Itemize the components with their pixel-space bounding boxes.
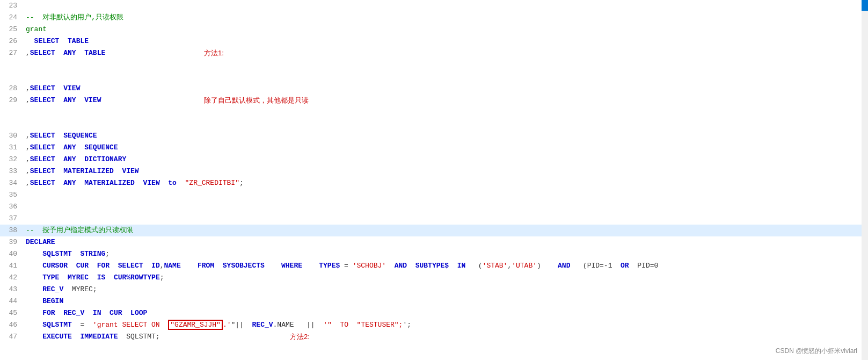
line-27: 27 ,SELECT ANY TABLE 方法1:	[0, 47, 868, 83]
line-45: 45 FOR REC_V IN CUR LOOP	[0, 307, 868, 319]
scrollbar-thumb[interactable]	[862, 0, 868, 11]
annotation-method1-title: 方法1:	[204, 47, 224, 59]
line-46: 46 SQLSTMT = 'grant SELECT ON "GZAMR_SJJ…	[0, 319, 868, 331]
line-32: 32 ,SELECT ANY DICTIONARY	[0, 154, 868, 165]
line-34: 34 ,SELECT ANY MATERIALIZED VIEW to "ZR_…	[0, 177, 868, 189]
line-25: 25 grant	[0, 24, 868, 35]
line-30: 30 ,SELECT SEQUENCE	[0, 130, 868, 142]
line-44: 44 BEGIN	[0, 296, 868, 307]
scrollbar-right[interactable]	[862, 0, 868, 360]
annotation-method2-title: 方法2:	[290, 331, 310, 343]
line-24: 24 -- 对非默认的用户,只读权限	[0, 12, 868, 24]
line-31: 31 ,SELECT ANY SEQUENCE	[0, 142, 868, 154]
line-39: 39 DECLARE	[0, 236, 868, 248]
line-33: 33 ,SELECT MATERIALIZED VIEW	[0, 165, 868, 177]
line-36: 36	[0, 201, 868, 213]
line-26: 26 SELECT TABLE	[0, 35, 868, 47]
line-23: 23	[0, 0, 868, 12]
watermark: CSDN @愤怒的小虾米viviarl	[776, 347, 857, 356]
line-38: 38 -- 授予用户指定模式的只读权限	[0, 225, 868, 236]
line-43: 43 REC_V MYREC;	[0, 284, 868, 296]
code-area: 23 24 -- 对非默认的用户,只读权限 25 grant 26 SELECT…	[0, 0, 868, 360]
line-28: 28 ,SELECT VIEW	[0, 83, 868, 95]
line-29: 29 ,SELECT ANY VIEW 除了自己默认模式，其他都是只读	[0, 95, 868, 130]
editor-container: 23 24 -- 对非默认的用户,只读权限 25 grant 26 SELECT…	[0, 0, 868, 360]
line-40: 40 SQLSTMT STRING;	[0, 248, 868, 260]
annotation-method1-desc: 除了自己默认模式，其他都是只读	[204, 95, 309, 106]
line-35: 35	[0, 189, 868, 201]
line-47: 47 EXECUTE IMMEDIATE SQLSTMT; 方法2:	[0, 331, 868, 360]
line-37: 37	[0, 213, 868, 225]
line-41: 41 CURSOR CUR FOR SELECT ID,NAME FROM SY…	[0, 260, 868, 272]
line-42: 42 TYPE MYREC IS CUR%ROWTYPE;	[0, 272, 868, 284]
